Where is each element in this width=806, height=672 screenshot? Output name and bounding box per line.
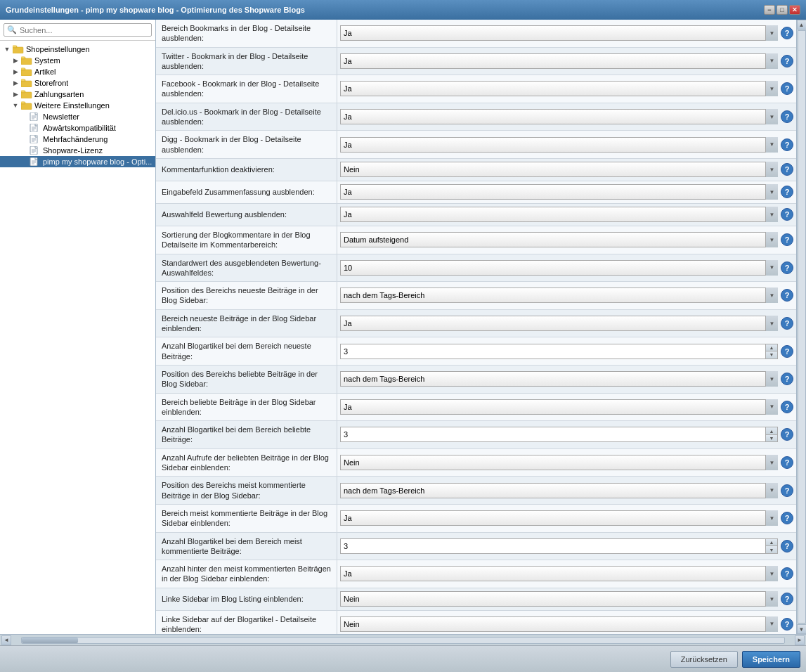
help-button[interactable]: ? xyxy=(781,618,793,631)
help-button[interactable]: ? xyxy=(781,540,793,553)
settings-select-1[interactable]: JaNein xyxy=(340,53,778,69)
settings-select-16[interactable]: JaNein xyxy=(340,455,778,470)
help-button[interactable]: ? xyxy=(781,428,793,441)
help-button[interactable]: ? xyxy=(781,289,793,302)
horizontal-scrollbar: ◄ ► xyxy=(0,634,806,645)
spinbox-down-button[interactable]: ▼ xyxy=(766,435,777,442)
select-wrapper: Datum aufsteigendDatum absteigend▼ xyxy=(340,232,778,247)
settings-label: Kommentarfunktion deaktivieren: xyxy=(156,159,337,181)
help-button[interactable]: ? xyxy=(781,186,793,198)
select-wrapper: JaNein▼ xyxy=(340,184,778,200)
svg-rect-18 xyxy=(30,112,37,121)
help-button[interactable]: ? xyxy=(781,233,793,246)
settings-select-21[interactable]: JaNein xyxy=(340,591,778,607)
help-button[interactable]: ? xyxy=(781,373,793,385)
spinbox-up-button[interactable]: ▲ xyxy=(766,539,777,547)
spinbox-input-12[interactable] xyxy=(340,344,765,359)
close-button[interactable]: ✕ xyxy=(789,5,800,15)
sidebar-item-storefront[interactable]: ▶Storefront xyxy=(0,77,155,89)
help-button[interactable]: ? xyxy=(781,208,793,221)
settings-select-5[interactable]: JaNein xyxy=(340,162,778,177)
sidebar-item-system[interactable]: ▶System xyxy=(0,55,155,66)
scroll-up-button[interactable]: ▲ xyxy=(797,20,807,30)
settings-select-4[interactable]: JaNein xyxy=(340,137,778,153)
settings-label: Digg - Bookmark in der Blog - Detailseit… xyxy=(156,131,337,158)
help-button[interactable]: ? xyxy=(781,345,793,358)
scroll-down-button[interactable]: ▼ xyxy=(797,624,807,634)
help-button[interactable]: ? xyxy=(781,484,793,497)
settings-select-18[interactable]: JaNein xyxy=(340,510,778,526)
settings-select-22[interactable]: JaNein xyxy=(340,616,778,632)
settings-select-14[interactable]: JaNein xyxy=(340,399,778,415)
maximize-button[interactable]: □ xyxy=(776,5,788,15)
help-button[interactable]: ? xyxy=(781,593,793,605)
sidebar-item-shopware-lizenz[interactable]: Shopware-Lizenz xyxy=(0,145,155,156)
settings-select-9[interactable]: 10123456789 xyxy=(340,260,778,276)
help-button[interactable]: ? xyxy=(781,401,793,413)
spinbox-input-15[interactable] xyxy=(340,427,765,442)
settings-select-13[interactable]: nach dem Tags-Bereich xyxy=(340,371,778,387)
spinbox-input-19[interactable] xyxy=(340,538,765,554)
scroll-track[interactable] xyxy=(798,30,806,623)
help-button[interactable]: ? xyxy=(781,27,793,39)
settings-select-20[interactable]: JaNein xyxy=(340,566,778,581)
settings-control: JaNein▼? xyxy=(337,588,796,610)
tree-toggle-icon: ▶ xyxy=(11,90,20,98)
help-button[interactable]: ? xyxy=(781,456,793,469)
scroll-right-button[interactable]: ► xyxy=(795,635,805,645)
search-input[interactable] xyxy=(20,26,148,34)
sidebar-item-mehrfanderung[interactable]: Mehrfachänderung xyxy=(0,134,155,145)
settings-row: Anzahl Blogartikel bei dem Bereich meist… xyxy=(156,533,796,561)
svg-rect-0 xyxy=(13,47,23,53)
sidebar-item-artikel[interactable]: ▶Artikel xyxy=(0,66,155,77)
settings-select-3[interactable]: JaNein xyxy=(340,109,778,124)
save-button[interactable]: Speichern xyxy=(742,651,800,668)
settings-select-11[interactable]: JaNein xyxy=(340,316,778,331)
settings-select-6[interactable]: JaNein xyxy=(340,184,778,200)
settings-label: Anzahl Blogartikel bei dem Bereich belie… xyxy=(156,421,337,448)
settings-label: Auswahlfeld Bewertung ausblenden: xyxy=(156,204,337,226)
help-button[interactable]: ? xyxy=(781,261,793,274)
help-button[interactable]: ? xyxy=(781,82,793,95)
tree-toggle-icon: ▼ xyxy=(11,101,20,110)
help-button[interactable]: ? xyxy=(781,138,793,151)
settings-select-7[interactable]: JaNein xyxy=(340,207,778,222)
help-button[interactable]: ? xyxy=(781,317,793,330)
reset-button[interactable]: Zurücksetzen xyxy=(670,651,738,668)
help-button[interactable]: ? xyxy=(781,567,793,580)
settings-row: Facebook - Bookmark in der Blog - Detail… xyxy=(156,75,796,103)
sidebar-item-shopeinstellungen[interactable]: ▼Shopeinstellungen xyxy=(0,44,155,55)
svg-rect-5 xyxy=(21,57,25,59)
minimize-button[interactable]: − xyxy=(764,5,775,15)
sidebar-item-zahlungsarten[interactable]: ▶Zahlungsarten xyxy=(0,89,155,100)
tree: ▼Shopeinstellungen▶System▶Artikel▶Storef… xyxy=(0,41,155,634)
sidebar-item-abwartskompatibilitat[interactable]: Abwärtskompatibilität xyxy=(0,122,155,134)
footer-bar: Zurücksetzen Speichern xyxy=(0,645,806,672)
settings-control: JaNein▼? xyxy=(337,204,796,226)
spinbox-up-button[interactable]: ▲ xyxy=(766,344,777,352)
settings-select-10[interactable]: nach dem Tags-Bereich xyxy=(340,287,778,303)
sidebar-item-pimp-shopware[interactable]: pimp my shopware blog - Opti... xyxy=(0,156,155,167)
settings-select-8[interactable]: Datum aufsteigendDatum absteigend xyxy=(340,232,778,247)
spinbox-down-button[interactable]: ▼ xyxy=(766,351,777,358)
h-scroll-track[interactable] xyxy=(21,637,785,644)
settings-select-17[interactable]: nach dem Tags-Bereich xyxy=(340,483,778,498)
settings-row: Linke Sidebar auf der Blogartikel - Deta… xyxy=(156,611,796,634)
help-button[interactable]: ? xyxy=(781,110,793,123)
spinbox-up-button[interactable]: ▲ xyxy=(766,427,777,435)
sidebar-item-weitere-einstellungen[interactable]: ▼Weitere Einstellungen xyxy=(0,100,155,111)
help-button[interactable]: ? xyxy=(781,163,793,176)
settings-select-0[interactable]: JaNein xyxy=(340,25,778,41)
folder-icon xyxy=(21,90,32,98)
select-wrapper: JaNein▼ xyxy=(340,616,778,632)
settings-label: Position des Bereichs meist kommentierte… xyxy=(156,477,337,504)
help-button[interactable]: ? xyxy=(781,512,793,524)
settings-control: 10123456789▼? xyxy=(337,254,796,282)
scroll-left-button[interactable]: ◄ xyxy=(1,635,11,645)
spinbox-down-button[interactable]: ▼ xyxy=(766,546,777,553)
sidebar-item-newsletter[interactable]: Newsletter xyxy=(0,111,155,122)
vertical-scrollbar[interactable]: ▲ ▼ xyxy=(796,20,806,634)
settings-select-2[interactable]: JaNein xyxy=(340,81,778,96)
settings-row: Anzahl hinter den meist kommentierten Be… xyxy=(156,560,796,588)
help-button[interactable]: ? xyxy=(781,55,793,67)
